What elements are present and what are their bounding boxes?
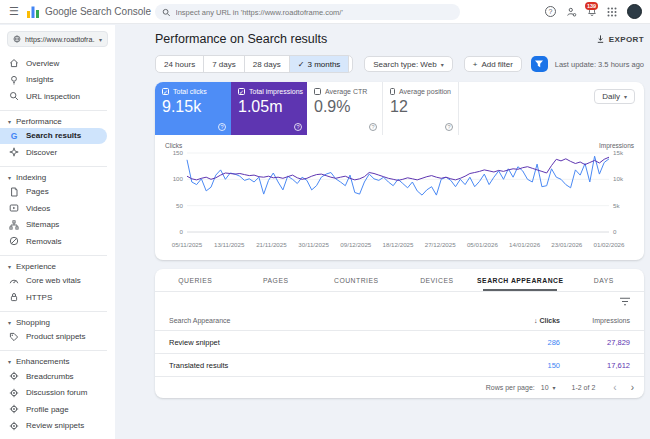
metric-average-ctr[interactable]: Average CTR 0.9% ? <box>307 82 383 135</box>
saved-filters-button[interactable] <box>531 56 548 72</box>
help-icon[interactable]: ? <box>294 123 302 131</box>
video-icon <box>9 203 19 213</box>
export-button[interactable]: EXPORT <box>596 34 644 44</box>
sidebar-section-enhancements[interactable]: ▾ Enhancements <box>0 350 107 368</box>
help-icon[interactable]: ? <box>545 6 556 17</box>
checkbox-checked-icon[interactable]: ✓ <box>238 88 245 95</box>
section-label: Experience <box>16 262 56 271</box>
range-label: 24 hours <box>164 60 195 69</box>
sidebar-item-videos[interactable]: Videos <box>0 200 115 217</box>
filter-list-icon[interactable] <box>619 297 631 306</box>
granularity-select[interactable]: Daily ▾ <box>594 89 635 104</box>
next-page-icon[interactable]: › <box>631 382 634 393</box>
granularity-label: Daily <box>602 92 620 101</box>
sidebar-item-discussion-forum[interactable]: Discussion forum <box>0 385 115 402</box>
sidebar-section-experience[interactable]: ▾ Experience <box>0 255 107 273</box>
sidebar-item-sitemaps[interactable]: Sitemaps <box>0 217 115 234</box>
url-inspect-input[interactable] <box>176 8 453 17</box>
table-row[interactable]: Translated results 150 17,612 <box>155 353 644 376</box>
sidebar-item-core-web-vitals[interactable]: Core web vitals <box>0 273 115 290</box>
user-settings-icon[interactable] <box>566 7 577 17</box>
sidebar-section-performance[interactable]: ▾ Performance <box>0 110 107 128</box>
column-search-appearance[interactable]: Search Appearance <box>155 317 440 324</box>
sidebar-item-search-results[interactable]: G Search results <box>0 128 107 145</box>
chevron-down-icon: ▾ <box>8 319 11 326</box>
app-logo[interactable]: Google Search Console <box>27 6 151 18</box>
svg-text:150: 150 <box>173 149 184 156</box>
svg-text:0: 0 <box>180 228 184 235</box>
header-actions: ? 139 <box>545 4 650 19</box>
sidebar-item-product-snippets[interactable]: Product snippets <box>0 329 115 346</box>
range-24-hours[interactable]: 24 hours <box>156 56 204 72</box>
range-label: 28 days <box>253 60 281 69</box>
property-selector[interactable]: https://www.roadtofra... ▾ <box>7 31 108 47</box>
sidebar-item-insights[interactable]: Insights <box>0 72 115 89</box>
notification-count-badge: 139 <box>585 2 598 10</box>
sidebar-item-profile-page[interactable]: Profile page <box>0 401 115 418</box>
sidebar-item-https[interactable]: HTTPS <box>0 289 115 306</box>
tab-label: PAGES <box>263 277 288 284</box>
tab-days[interactable]: DAYS <box>563 269 644 291</box>
table-row[interactable]: Review snippet 286 27,829 <box>155 330 644 353</box>
help-icon[interactable]: ? <box>445 123 453 131</box>
help-icon[interactable]: ? <box>369 123 377 131</box>
metric-total-clicks[interactable]: ✓ Total clicks 9.15k ? <box>155 82 231 135</box>
performance-chart-svg[interactable]: ClicksImpressions15015k10010k505k0005/11… <box>163 140 636 258</box>
sidebar-item-label: Product snippets <box>26 332 86 341</box>
range-7-days[interactable]: 7 days <box>204 56 245 72</box>
help-icon[interactable]: ? <box>218 123 226 131</box>
tab-countries[interactable]: COUNTRIES <box>316 269 397 291</box>
svg-text:0: 0 <box>613 228 617 235</box>
sidebar-item-label: Insights <box>26 75 54 84</box>
column-clicks-sorted[interactable]: ↓ Clicks <box>440 317 560 324</box>
rows-per-page-label: Rows per page: <box>486 384 535 391</box>
export-label: EXPORT <box>609 35 644 44</box>
range-more[interactable]: More ▾ <box>349 56 353 72</box>
metric-average-position[interactable]: Average position 12 ? <box>383 82 459 135</box>
hamburger-menu-icon[interactable]: ☰ <box>9 5 19 18</box>
sidebar-item-label: Discover <box>26 148 57 157</box>
url-inspect-searchbar[interactable] <box>155 4 460 20</box>
checkbox-unchecked-icon[interactable] <box>390 88 395 95</box>
metric-cards-row: ✓ Total clicks 9.15k ? ✓ Total impressio… <box>155 82 644 135</box>
rows-per-page-select[interactable]: 10 ▾ <box>541 384 556 391</box>
checkbox-checked-icon[interactable]: ✓ <box>162 88 169 95</box>
add-filter-button[interactable]: + Add filter <box>464 56 522 72</box>
tab-label: DAYS <box>594 277 614 284</box>
sidebar-section-shopping[interactable]: ▾ Shopping <box>0 311 107 329</box>
sidebar-item-pages[interactable]: Pages <box>0 184 115 201</box>
metric-total-impressions[interactable]: ✓ Total impressions 1.05m ? <box>231 82 307 135</box>
previous-page-icon[interactable]: ‹ <box>613 382 616 393</box>
tab-search-appearance[interactable]: SEARCH APPEARANCE <box>477 269 563 291</box>
sidebar-item-overview[interactable]: Overview <box>0 55 115 72</box>
svg-text:01/02/2026: 01/02/2026 <box>594 241 626 248</box>
tab-queries[interactable]: QUERIES <box>155 269 236 291</box>
sidebar-item-discover[interactable]: Discover <box>0 144 115 161</box>
range-3-months[interactable]: ✓ 3 months <box>290 56 350 72</box>
sidebar-section-indexing[interactable]: ▾ Indexing <box>0 166 107 184</box>
table-footer: Rows per page: 10 ▾ 1-2 of 2 ‹ › <box>155 376 644 398</box>
sidebar-item-label: Removals <box>26 237 62 246</box>
checkbox-unchecked-icon[interactable] <box>314 88 321 95</box>
user-avatar[interactable] <box>627 4 642 19</box>
tab-pages[interactable]: PAGES <box>236 269 317 291</box>
search-type-filter[interactable]: Search type: Web ▾ <box>364 56 452 72</box>
sidebar-item-removals[interactable]: Removals <box>0 233 115 250</box>
column-impressions[interactable]: Impressions <box>560 317 644 324</box>
notifications-bell-icon[interactable]: 139 <box>587 6 597 17</box>
tab-devices[interactable]: DEVICES <box>397 269 478 291</box>
performance-card: ✓ Total clicks 9.15k ? ✓ Total impressio… <box>155 82 644 260</box>
metric-label: Average CTR <box>325 88 367 95</box>
metric-value: 9.15k <box>162 98 224 116</box>
sidebar: https://www.roadtofra... ▾ Overview Insi… <box>0 25 115 439</box>
sidebar-item-url-inspection[interactable]: URL inspection <box>0 88 115 105</box>
sidebar-item-label: Breadcrumbs <box>26 372 74 381</box>
apps-grid-icon[interactable] <box>607 7 617 17</box>
google-g-icon: G <box>9 131 19 141</box>
range-28-days[interactable]: 28 days <box>245 56 290 72</box>
sidebar-item-review-snippets[interactable]: Review snippets <box>0 418 115 435</box>
sidebar-item-label: Discussion forum <box>26 388 87 397</box>
app-title: Google Search Console <box>45 6 151 17</box>
metric-value: 12 <box>390 98 451 116</box>
sidebar-item-breadcrumbs[interactable]: Breadcrumbs <box>0 368 115 385</box>
